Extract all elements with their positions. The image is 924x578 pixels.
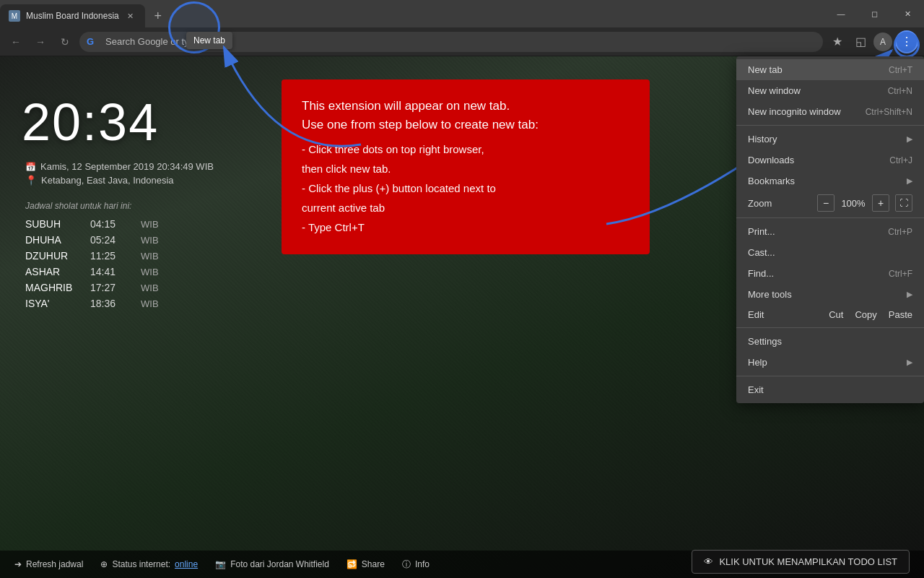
menu-item-history[interactable]: History ▶ — [736, 129, 924, 150]
info-item[interactable]: ⓘ Info — [402, 558, 430, 571]
menu-divider — [736, 125, 924, 126]
refresh-label: Refresh jadwal — [26, 559, 83, 569]
todo-label: KLIK UNTUK MENAMPILKAN TODO LIST — [719, 556, 897, 567]
copy-button[interactable]: Copy — [855, 309, 876, 320]
menu-item-cast[interactable]: Cast... — [736, 242, 924, 263]
photo-label: Foto dari Jordan Whitfield — [230, 559, 329, 569]
menu-item-label: Print... — [748, 226, 775, 237]
menu-shortcut: Ctrl+Shift+N — [866, 107, 912, 117]
avatar-button[interactable]: A — [873, 33, 892, 51]
step-1: - Click three dots on top right browser,… — [302, 139, 629, 178]
menu-item-label: Find... — [748, 268, 774, 279]
bottom-bar: ➔ Refresh jadwal ⊕ Status internet: onli… — [0, 551, 924, 578]
back-button[interactable]: ← — [6, 32, 26, 52]
reload-button[interactable]: ↻ — [55, 32, 75, 52]
menu-item-find[interactable]: Find... Ctrl+F — [736, 263, 924, 284]
close-button[interactable]: ✕ — [891, 0, 924, 27]
star-button[interactable]: ★ — [827, 32, 847, 52]
menu-arrow-icon: ▶ — [907, 134, 912, 144]
menu-item-right: Ctrl+J — [889, 155, 912, 165]
toolbar-right: ★ ◱ A ⋮ — [827, 30, 918, 53]
menu-item-downloads[interactable]: Downloads Ctrl+J — [736, 150, 924, 171]
menu-item-label: History — [748, 134, 777, 144]
menu-item-right: ▶ — [907, 358, 912, 367]
paste-button[interactable]: Paste — [889, 309, 912, 320]
minimize-button[interactable]: — — [824, 0, 858, 27]
menu-shortcut: Ctrl+P — [888, 227, 912, 237]
menu-item-label: More tools — [748, 289, 792, 300]
menu-item-label: Settings — [748, 336, 782, 347]
menu-item-right: ▶ — [907, 134, 912, 144]
zoom-fullscreen-button[interactable]: ⛶ — [895, 194, 912, 212]
step-3: - Type Ctrl+T — [302, 217, 629, 237]
menu-shortcut: Ctrl+N — [888, 86, 912, 96]
cut-button[interactable]: Cut — [829, 309, 843, 320]
instruction-title-line2: Use one from step below to create new ta… — [302, 118, 539, 131]
chrome-menu-button[interactable]: ⋮ — [895, 30, 918, 53]
internet-status-item: ⊕ Status internet: online — [100, 559, 198, 569]
share-item[interactable]: 🔂 Share — [346, 559, 385, 569]
photo-icon: 📷 — [215, 559, 226, 569]
menu-shortcut: Ctrl+J — [889, 155, 912, 165]
menu-arrow-icon: ▶ — [907, 176, 912, 186]
tab-bar: M Muslim Board Indonesia ✕ + — [0, 0, 824, 27]
menu-item-label: Cast... — [748, 247, 775, 258]
eye-icon: 👁 — [704, 556, 713, 567]
menu-item-more-tools[interactable]: More tools ▶ — [736, 284, 924, 305]
menu-divider — [736, 376, 924, 376]
maximize-button[interactable]: ◻ — [858, 0, 891, 27]
step-2b-text: current active tab — [302, 202, 385, 214]
share-label: Share — [362, 559, 385, 569]
forward-button[interactable]: → — [30, 32, 51, 52]
edit-row: Edit Cut Copy Paste — [736, 305, 924, 324]
zoom-value: 100% — [840, 198, 866, 209]
menu-arrow-icon: ▶ — [907, 290, 912, 299]
menu-item-right: Ctrl+T — [889, 65, 912, 75]
menu-shortcut: Ctrl+T — [889, 65, 912, 75]
info-label: Info — [415, 559, 430, 569]
menu-item-new-window[interactable]: New window Ctrl+N — [736, 80, 924, 101]
zoom-minus-button[interactable]: − — [817, 194, 834, 212]
menu-item-help[interactable]: Help ▶ — [736, 352, 924, 373]
tab-title: Muslim Board Indonesia — [26, 11, 119, 21]
menu-item-settings[interactable]: Settings — [736, 331, 924, 352]
menu-item-right: ▶ — [907, 290, 912, 299]
chrome-menu-dropdown: New tab Ctrl+T New window Ctrl+N New inc… — [736, 56, 924, 403]
menu-item-right: Ctrl+P — [888, 227, 912, 237]
step-1-text: - Click three dots on top right browser, — [302, 143, 484, 155]
menu-item-exit[interactable]: Exit — [736, 379, 924, 400]
menu-item-right: Ctrl+Shift+N — [866, 107, 912, 117]
refresh-item[interactable]: ➔ Refresh jadwal — [14, 559, 83, 569]
zoom-label: Zoom — [748, 198, 811, 209]
tab-favicon: M — [9, 10, 20, 22]
zoom-plus-button[interactable]: + — [872, 194, 889, 212]
menu-item-label: Exit — [748, 384, 764, 395]
refresh-icon: ➔ — [14, 559, 22, 569]
menu-shortcut: Ctrl+F — [889, 269, 912, 279]
instruction-title: This extension will appear on new tab. U… — [302, 97, 629, 134]
todo-button[interactable]: 👁 KLIK UNTUK MENAMPILKAN TODO LIST — [692, 550, 910, 574]
new-tab-button[interactable]: + — [148, 6, 168, 26]
step-3-text: - Type Ctrl+T — [302, 221, 365, 233]
info-icon: ⓘ — [402, 558, 411, 571]
internet-status: online — [175, 559, 198, 569]
menu-item-label: Downloads — [748, 155, 794, 165]
share-icon: 🔂 — [346, 559, 357, 569]
menu-item-label: New incognito window — [748, 106, 841, 117]
active-tab[interactable]: M Muslim Board Indonesia ✕ — [0, 4, 145, 27]
edit-label: Edit — [748, 309, 829, 320]
zoom-row: Zoom − 100% + ⛶ — [736, 191, 924, 215]
extensions-button[interactable]: ◱ — [850, 32, 871, 52]
menu-item-label: New tab — [748, 64, 783, 75]
menu-item-print[interactable]: Print... Ctrl+P — [736, 221, 924, 242]
menu-item-new-incognito-window[interactable]: New incognito window Ctrl+Shift+N — [736, 101, 924, 122]
address-bar: ← → ↻ G ★ ◱ A ⋮ — [0, 27, 924, 56]
menu-item-right: Ctrl+N — [888, 86, 912, 96]
menu-item-new-tab[interactable]: New tab Ctrl+T — [736, 59, 924, 80]
menu-item-right: Ctrl+F — [889, 269, 912, 279]
tab-close-button[interactable]: ✕ — [125, 10, 136, 22]
menu-item-right: ▶ — [907, 176, 912, 186]
title-bar: M Muslim Board Indonesia ✕ + — ◻ ✕ — [0, 0, 924, 27]
menu-item-bookmarks[interactable]: Bookmarks ▶ — [736, 171, 924, 191]
internet-label: Status internet: — [112, 559, 170, 569]
